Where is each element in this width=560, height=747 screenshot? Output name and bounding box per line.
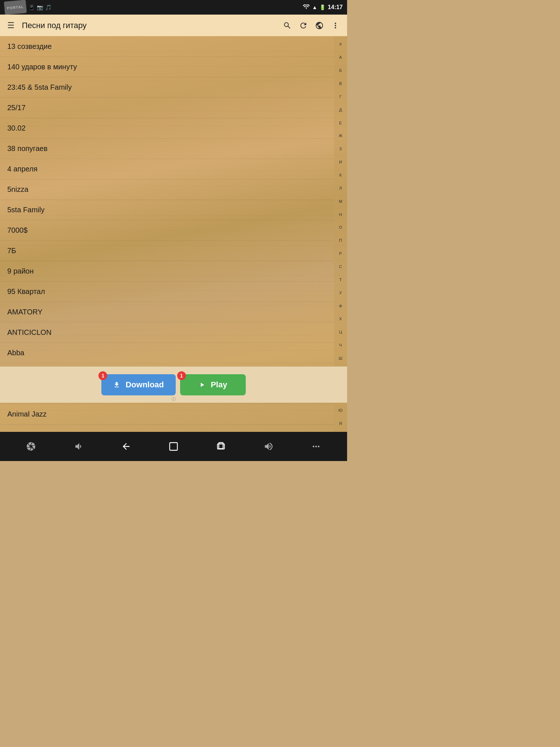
alphabet-item[interactable]: К [339, 173, 342, 177]
alphabet-item[interactable]: Г [339, 95, 342, 99]
app-bar-actions [280, 18, 343, 33]
status-bar: PORTAL 📱 📷 🎵 ▲ 🔋 14:17 [0, 0, 347, 15]
battery-icon: 🔋 [319, 4, 326, 10]
back-nav-button[interactable] [117, 438, 135, 455]
alphabet-item[interactable]: У [339, 291, 342, 295]
alphabet-item[interactable]: Ф [339, 304, 342, 308]
home-nav-button[interactable] [165, 438, 182, 455]
portal-logo: PORTAL [4, 1, 26, 14]
signal-icon: ▲ [312, 4, 317, 10]
artist-list-item[interactable]: 5sta Family [0, 200, 334, 220]
artist-list-item[interactable]: 7000$ [0, 220, 334, 241]
artist-list-item[interactable]: 7Б [0, 241, 334, 261]
artist-list-item[interactable]: 9 район [0, 261, 334, 282]
play-badge: 1 [177, 371, 186, 380]
download-label: Download [125, 380, 164, 390]
more-button[interactable] [328, 18, 343, 33]
more-nav-button[interactable] [307, 438, 325, 455]
status-bar-right: ▲ 🔋 14:17 [303, 4, 343, 11]
download-button[interactable]: 1 Download [101, 374, 175, 395]
artist-list-item[interactable]: 25/17 [0, 98, 334, 118]
alphabet-item[interactable]: М [339, 200, 342, 204]
artist-list-item[interactable]: 5nizza [0, 179, 334, 200]
artist-list-item[interactable]: AMATORY [0, 302, 334, 322]
artist-list-item[interactable]: 4 апреля [0, 159, 334, 179]
alphabet-item[interactable]: С [339, 265, 342, 269]
wifi-icon [303, 4, 310, 11]
volume-up-nav-button[interactable] [260, 438, 277, 455]
play-label: Play [211, 380, 227, 390]
alphabet-item[interactable]: Н [339, 213, 342, 217]
volume-down-nav-button[interactable] [70, 438, 87, 455]
alphabet-item[interactable]: Ч [339, 343, 342, 347]
alphabet-item[interactable]: Ц [339, 330, 342, 334]
alphabet-item[interactable]: В [339, 82, 342, 86]
alphabet-item[interactable]: # [339, 42, 342, 46]
artist-list-item[interactable]: ANTICICLON [0, 322, 334, 343]
svg-rect-0 [170, 443, 177, 450]
alphabet-item[interactable]: И [339, 160, 342, 164]
artist-list-item[interactable]: 30.02 [0, 118, 334, 139]
artist-list-item[interactable]: 13 созвездие [0, 36, 334, 57]
artist-list-item[interactable]: Abba [0, 343, 334, 363]
recent-nav-button[interactable] [212, 438, 230, 455]
alphabet-item[interactable]: П [339, 239, 342, 243]
alphabet-item[interactable]: А [339, 55, 342, 59]
screen-icon: 📱 [28, 4, 35, 10]
ad-bar: 1 Download 1 Play ⓘ [0, 366, 347, 403]
artist-list-item[interactable]: 140 ударов в минуту [0, 57, 334, 77]
alphabet-item[interactable]: Е [339, 121, 342, 125]
status-bar-left: PORTAL 📱 📷 🎵 [4, 1, 51, 14]
alphabet-item[interactable]: Ж [339, 134, 342, 138]
alphabet-item[interactable]: Р [339, 252, 342, 256]
alphabet-item[interactable]: Ш [339, 356, 342, 360]
refresh-button[interactable] [296, 18, 311, 33]
alphabet-item[interactable]: Л [339, 186, 342, 190]
alphabet-item[interactable]: Я [339, 422, 342, 426]
alphabet-item[interactable]: Б [339, 69, 342, 73]
artist-list-item[interactable]: 23:45 & 5sta Family [0, 77, 334, 98]
alphabet-item[interactable]: Ю [338, 409, 342, 413]
alphabet-item[interactable]: З [339, 147, 342, 151]
search-button[interactable] [280, 18, 295, 33]
download-badge: 1 [98, 371, 107, 380]
time-display: 14:17 [328, 4, 343, 11]
artist-list-item[interactable]: 38 попугаев [0, 139, 334, 159]
artist-list-item[interactable]: 95 Квартал [0, 282, 334, 302]
main-content: 13 созвездие140 ударов в минуту23:45 & 5… [0, 36, 347, 432]
play-button[interactable]: 1 Play [180, 374, 246, 395]
app-title: Песни под гитару [22, 21, 276, 30]
camera-nav-button[interactable] [22, 438, 40, 455]
nav-bar [0, 432, 347, 461]
alphabet-item[interactable]: Т [339, 278, 342, 282]
alphabet-item[interactable]: Д [339, 108, 342, 112]
alphabet-item[interactable]: Х [339, 317, 342, 321]
app-bar: ☰ Песни под гитару [0, 15, 347, 36]
ad-info: ⓘ [172, 396, 176, 402]
globe-button[interactable] [312, 18, 327, 33]
artist-list-item[interactable]: Animal Jazz [0, 404, 334, 425]
alphabet-item[interactable]: О [339, 225, 342, 229]
music-icon: 🎵 [45, 4, 51, 10]
menu-button[interactable]: ☰ [4, 18, 18, 33]
video-icon: 📷 [37, 4, 43, 10]
